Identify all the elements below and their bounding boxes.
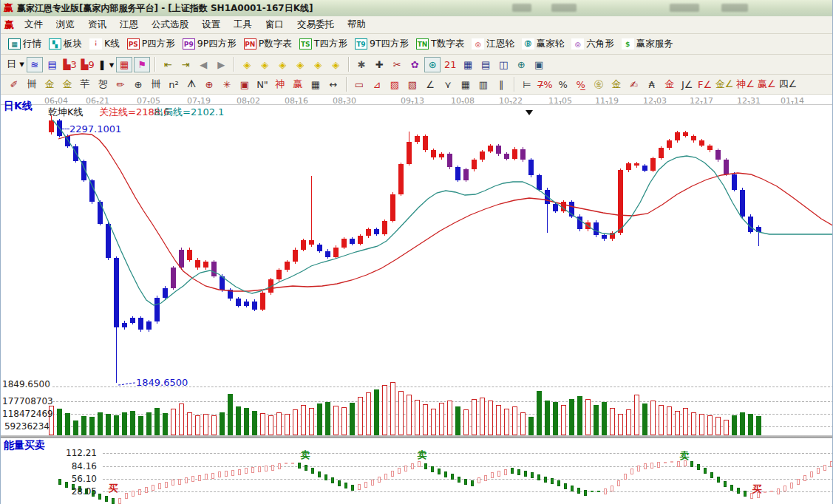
percent-strike-icon[interactable]: 7̶%	[537, 77, 554, 92]
report-icon[interactable]: ▤	[44, 57, 61, 72]
gold-angle-icon[interactable]: 金∠	[715, 77, 735, 92]
hash-lines-icon[interactable]: 卌	[24, 77, 40, 92]
menu-item-2[interactable]: 资讯	[81, 16, 113, 33]
toolbar-button-p-square[interactable]: PSP四方形	[127, 38, 177, 50]
menu-item-1[interactable]: 浏览	[50, 16, 81, 33]
parallel-icon[interactable]: ∥	[493, 77, 509, 92]
gold-under-icon[interactable]: 金	[608, 77, 625, 92]
grid-box-icon[interactable]: ▨	[387, 77, 403, 92]
ying-tool-icon[interactable]: 赢	[290, 77, 306, 92]
toolbar-button-winner-wheel[interactable]: Ⓑ赢家轮	[522, 38, 566, 50]
next-bar-icon[interactable]: ▶	[213, 57, 229, 72]
gann-circle-icon[interactable]: ⊕	[130, 77, 146, 92]
expand-h-diamond-icon[interactable]: ◈	[274, 57, 290, 72]
ying-angle-icon[interactable]: 赢∠	[757, 77, 777, 92]
pane-divider[interactable]	[1, 435, 833, 438]
zoom-right-diamond-icon[interactable]: ◈	[256, 57, 273, 72]
pan-hand-icon[interactable]: ✱	[353, 57, 370, 72]
notes-icon[interactable]: ▤	[477, 57, 494, 72]
scale-bars-icon[interactable]: ⊨	[519, 77, 535, 92]
target-circle-icon[interactable]: ⊕	[201, 77, 217, 92]
print-icon[interactable]: ▣	[531, 57, 547, 72]
n-squared-icon[interactable]: n²	[166, 77, 182, 92]
toolbar-button-kline[interactable]: ⫶K线	[89, 38, 121, 50]
compress-diamond-icon[interactable]: ◈	[292, 57, 308, 72]
pencil-icon[interactable]: ✐	[6, 77, 22, 92]
menu-item-8[interactable]: 交易委托	[290, 16, 341, 33]
box-plot-icon[interactable]: ▭	[351, 77, 367, 92]
candle	[81, 161, 86, 180]
prev-bar-icon[interactable]: ◀	[195, 57, 211, 72]
toolbar-button-quotes[interactable]: ▦行情	[8, 38, 43, 50]
candle-type-dropdown-icon[interactable]: ❚ ▾	[98, 57, 115, 72]
pencil-ruler-icon[interactable]: ✏	[112, 77, 129, 92]
period-day-dropdown-icon[interactable]: 日 ▾	[6, 57, 25, 72]
toolbar-button-t-number-table[interactable]: TNT数字表	[416, 38, 466, 50]
mirror-angle-icon[interactable]: ᗑ	[183, 77, 200, 92]
last-bar-icon[interactable]: ⇥	[177, 57, 194, 72]
toolbar-button-hexagon[interactable]: ◎六角形	[571, 38, 616, 50]
f-angle-icon[interactable]: F∠	[697, 77, 713, 92]
shen-tool-icon[interactable]: 神	[272, 77, 288, 92]
move-diamond-icon[interactable]: ◈	[327, 57, 344, 72]
menu-item-9[interactable]: 帮助	[341, 16, 373, 33]
menu-item-7[interactable]: 窗口	[259, 16, 290, 33]
candle	[545, 190, 550, 204]
toolbar-button-t-square[interactable]: TST四方形	[299, 38, 349, 50]
calendar-21-icon[interactable]: 21	[442, 57, 458, 72]
square-spiral-icon[interactable]: ▣	[237, 77, 253, 92]
grid-2-icon[interactable]: ▦	[458, 77, 474, 92]
export-data-icon[interactable]: ⊕	[513, 57, 529, 72]
candle-rocket-icon[interactable]: ✍	[626, 77, 642, 92]
menu-item-5[interactable]: 设置	[195, 16, 227, 33]
span-arrow-icon[interactable]: ↔	[325, 77, 341, 92]
grid-3-icon[interactable]: ▥	[475, 77, 492, 92]
hash-2-icon[interactable]: 卌	[148, 77, 164, 92]
chart-area[interactable]: 06-0406-2107-0507-1908-0208-1608-3009-13…	[1, 95, 833, 504]
menu-item-0[interactable]: 文件	[18, 16, 50, 33]
a-wave-icon[interactable]: ₳	[644, 77, 660, 92]
n-mark-icon[interactable]: Ν"	[254, 77, 271, 92]
smart-brain-icon[interactable]: ⊛	[424, 57, 441, 72]
v-notch-icon[interactable]: ⋎	[440, 77, 456, 92]
si-angle-icon[interactable]: 四∠	[778, 77, 798, 92]
fan-lines-icon[interactable]: ⊿	[369, 77, 385, 92]
toolbar-button-sectors[interactable]: ▚板块	[49, 38, 84, 50]
zoom-left-diamond-icon[interactable]: ◈	[239, 57, 255, 72]
menu-item-6[interactable]: 工具	[227, 16, 259, 33]
ruler-123-icon[interactable]: ▦	[307, 77, 324, 92]
toolbar-button-p-number-table[interactable]: PNP数字表	[244, 38, 293, 50]
gold-line-1-icon[interactable]: 金	[41, 77, 58, 92]
toolbar-button-9p-square[interactable]: P99P四方形	[183, 38, 238, 50]
toolbar-button-gann-wheel[interactable]: ◎江恩轮	[472, 38, 516, 50]
trend-chart-icon[interactable]: ≋	[27, 57, 43, 72]
chart-3-icon[interactable]: ▙3	[62, 57, 78, 72]
chart-9-icon[interactable]: ▙9	[80, 57, 96, 72]
menu-item-3[interactable]: 江恩	[113, 16, 145, 33]
menu-item-4[interactable]: 公式选股	[145, 16, 195, 33]
cross-box-icon[interactable]: ▧	[404, 77, 421, 92]
save-icon[interactable]: ◫	[495, 57, 511, 72]
expand-diamond-icon[interactable]: ◈	[310, 57, 326, 72]
percent-line-icon[interactable]: %̲	[573, 77, 589, 92]
gold-red-icon[interactable]: 金	[662, 77, 678, 92]
shen-angle-icon[interactable]: 神∠	[735, 77, 755, 92]
flag-tool-icon[interactable]: ⚑	[134, 57, 150, 72]
title-bar[interactable]: 赢 赢家江恩专业版[赢家内部服务平台] - [上证指数 SH1A0001-167…	[1, 0, 833, 16]
toolbar-button-9t-square[interactable]: T99T四方形	[355, 38, 410, 50]
spiral-icon[interactable]: 㔔	[95, 77, 111, 92]
crosshair-icon[interactable]: ✚	[371, 57, 387, 72]
starburst-icon[interactable]: ✳	[219, 77, 235, 92]
gann-flower-icon[interactable]: ✿	[407, 57, 423, 72]
measure-icon[interactable]: ✂	[389, 57, 405, 72]
angle-line-icon[interactable]: ∠	[422, 77, 438, 92]
pattern-box-icon[interactable]: ▦	[116, 57, 132, 72]
j-angle-icon[interactable]: J∠	[679, 77, 696, 92]
toolbar-button-winner-service[interactable]: $赢家服务	[622, 38, 675, 50]
first-bar-icon[interactable]: ⇤	[160, 57, 176, 72]
calculator-icon[interactable]: ▦	[460, 57, 476, 72]
gold-line-2-icon[interactable]: 金	[59, 77, 75, 92]
percent-icon[interactable]: %	[555, 77, 571, 92]
f-line-icon[interactable]: 芉	[77, 77, 93, 92]
gold-circle-icon[interactable]: ㊎	[591, 77, 607, 92]
